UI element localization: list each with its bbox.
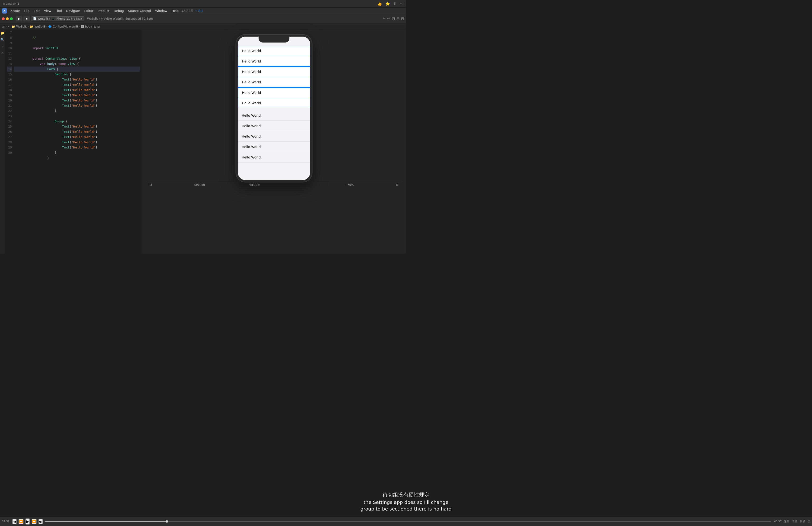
ios-row-plain-5: Hello World	[238, 152, 310, 162]
share-icon[interactable]: ⬆	[393, 1, 396, 6]
sidebar-search-icon[interactable]: 🔍	[0, 38, 5, 42]
layout-icon-3[interactable]: ⊡	[401, 16, 404, 21]
hello-world-plain-2: Hello World	[242, 124, 261, 128]
hello-world-plain-4: Hello World	[242, 145, 261, 149]
iphone-screen: Hello World Hello World Hello World Hell…	[238, 37, 310, 180]
menu-xcode[interactable]: Xcode	[9, 9, 22, 13]
menu-help[interactable]: Help	[170, 9, 181, 13]
func-icon: 🅿	[81, 25, 84, 28]
zoom-icon[interactable]: ⊞	[396, 183, 398, 186]
follow-button[interactable]: + 关注	[195, 9, 203, 13]
hello-world-text-2: Hello World	[242, 59, 261, 63]
toolbar: ▶ ■ 📄 WeSplit › 📱 iPhone 11 Pro Max WeSp…	[0, 14, 406, 23]
iphone-content: Hello World Hello World Hello World Hell…	[238, 37, 310, 162]
toolbar-right-icons: + ↩ ⊡ ⊟ ⊡	[382, 16, 404, 21]
crumb-label-3: ContentView.swift	[53, 25, 78, 28]
nav-prev-icon[interactable]: ‹	[6, 25, 7, 29]
breadcrumb-sep-2: ›	[46, 25, 47, 28]
hello-world-text-4: Hello World	[242, 80, 261, 84]
ios-form-section: Hello World Hello World Hello World Hell…	[238, 46, 310, 108]
grid-icon[interactable]: ⊞	[2, 25, 5, 29]
preview-subtitle-bar: ⊡ Section Multiple —75% ⊞	[147, 182, 401, 187]
hello-world-plain-5: Hello World	[242, 155, 261, 159]
line-numbers: 7 8 9 10 11 12 13 14 15 16 17 18 19 20 2…	[5, 30, 14, 254]
minimize-dot[interactable]	[6, 17, 9, 20]
inspector-icon-2[interactable]: ⊡	[97, 25, 100, 28]
main-content: 📁 🔍 ⑂ ⚠ 7 8 9 10 11 12 13 14 15 16 17 18…	[0, 30, 406, 254]
iphone-mockup: Hello World Hello World Hello World Hell…	[236, 35, 312, 182]
stop-button[interactable]: ■	[23, 16, 30, 22]
close-dot[interactable]	[2, 17, 5, 20]
swift-icon: 🔷	[48, 25, 52, 28]
back-button[interactable]: ◁ Lesson 1	[2, 2, 19, 5]
code-line-11: struct ContentView: View {	[14, 51, 140, 56]
breadcrumb-body[interactable]: 🅿 body	[81, 25, 92, 28]
ios-row-plain-3: Hello World	[238, 131, 310, 142]
menu-navigate[interactable]: Navigate	[64, 9, 82, 13]
chevron-right-icon: ›	[49, 17, 50, 20]
breadcrumb-wesplit-group[interactable]: 📂 WeSplit	[30, 25, 45, 28]
layout-icon-1[interactable]: ⊡	[392, 16, 395, 21]
menu-file[interactable]: File	[22, 9, 31, 13]
sidebar-files-icon[interactable]: 📁	[0, 31, 5, 35]
menu-find[interactable]: Find	[54, 9, 64, 13]
sidebar: 📁 🔍 ⑂ ⚠	[0, 30, 5, 254]
more-icon[interactable]: ⋯	[400, 1, 404, 6]
title-bar: ◁ Lesson 1 👍 ⭐ ⬆ ⋯	[0, 0, 406, 8]
xcode-icon: X	[2, 8, 7, 14]
add-icon[interactable]: +	[382, 16, 386, 21]
inspector-icon-1[interactable]: ⊞	[94, 25, 97, 28]
group-icon: 📂	[30, 25, 33, 28]
code-content: // import SwiftUI struct ContentView: Vi…	[14, 30, 142, 254]
iphone-notch	[259, 37, 289, 43]
folder-icon: 📁	[12, 25, 15, 28]
breadcrumb-nav: ⊞ ‹ ›	[2, 25, 9, 29]
sidebar-debug-icon[interactable]: ⚠	[0, 51, 5, 55]
file-icon: 📄	[33, 17, 37, 20]
code-editor[interactable]: 7 8 9 10 11 12 13 14 15 16 17 18 19 20 2…	[5, 30, 142, 254]
menu-view[interactable]: View	[42, 9, 53, 13]
ios-row-plain-2: Hello World	[238, 121, 310, 131]
breadcrumb-file[interactable]: 🔷 ContentView.swift	[48, 25, 78, 28]
hello-world-text-6: Hello World	[242, 101, 261, 105]
hello-world-text-1: Hello World	[242, 49, 261, 53]
hello-world-text-5: Hello World	[242, 91, 261, 95]
menu-source-control[interactable]: Source Control	[126, 9, 153, 13]
menu-window[interactable]: Window	[153, 9, 169, 13]
crumb-label-4: body	[85, 25, 92, 28]
ios-row-6: Hello World	[238, 98, 310, 108]
menu-edit[interactable]: Edit	[32, 9, 42, 13]
crumb-label-1: WeSplit	[16, 25, 27, 28]
ios-row-3: Hello World	[238, 67, 310, 77]
code-line-9: import SwiftUI	[14, 40, 140, 46]
ios-row-1: Hello World	[238, 46, 310, 56]
scheme-selector[interactable]: 📄 WeSplit › 📱 iPhone 11 Pro Max	[31, 16, 84, 21]
code-line-23: Group {	[14, 114, 140, 119]
crumb-label-2: WeSplit	[34, 25, 45, 28]
menu-product[interactable]: Product	[96, 9, 111, 13]
device-label: iPhone 11 Pro Max	[56, 17, 82, 20]
breadcrumb-sep-3: ›	[79, 25, 80, 28]
ios-row-plain-4: Hello World	[238, 142, 310, 152]
breadcrumb-sep-1: ›	[28, 25, 29, 28]
breadcrumb-wesplit-folder[interactable]: 📁 WeSplit	[12, 25, 27, 28]
device-icon: 📱	[51, 17, 55, 20]
menu-editor[interactable]: Editor	[82, 9, 95, 13]
hello-world-text-3: Hello World	[242, 70, 261, 74]
zoom-label: —75%	[345, 183, 354, 186]
viewer-count: 1人正在看	[182, 9, 193, 13]
star-icon[interactable]: ⭐	[385, 1, 390, 6]
section-icon: ⊡	[149, 183, 152, 186]
like-icon[interactable]: 👍	[377, 1, 382, 6]
lesson-title: Lesson 1	[6, 2, 19, 5]
menu-debug[interactable]: Debug	[112, 9, 126, 13]
maximize-dot[interactable]	[10, 17, 13, 20]
layout-icon-2[interactable]: ⊟	[396, 16, 400, 21]
multiple-label: Multiple	[249, 183, 260, 186]
sidebar-git-icon[interactable]: ⑂	[0, 44, 5, 48]
nav-back-icon[interactable]: ↩	[387, 16, 390, 21]
ios-row-4: Hello World	[238, 77, 310, 87]
nav-next-icon[interactable]: ›	[8, 25, 9, 29]
hello-world-plain-1: Hello World	[242, 114, 261, 117]
run-button[interactable]: ▶	[16, 16, 22, 22]
